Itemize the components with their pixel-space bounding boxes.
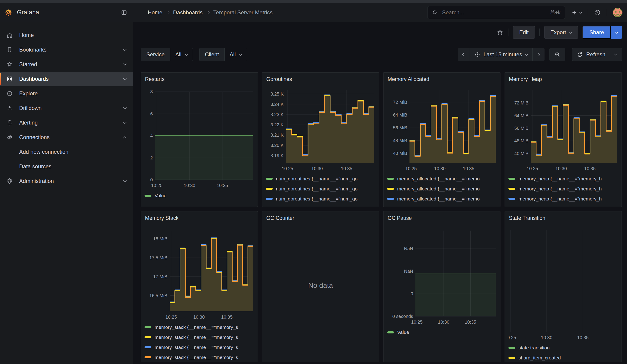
sidebar-item-alerting[interactable]: Alerting: [0, 115, 133, 130]
panel-title[interactable]: Goroutines: [266, 76, 375, 83]
legend-series-label: memory_allocated {__name__="memo: [397, 196, 480, 202]
breadcrumb-dashboards[interactable]: Dashboards: [173, 9, 203, 16]
panel-title[interactable]: GC Pause: [388, 215, 497, 223]
breadcrumb-home[interactable]: Home: [148, 9, 162, 16]
legend-item[interactable]: state transition: [508, 343, 618, 353]
refresh-button[interactable]: Refresh: [572, 48, 610, 61]
panel-memory-stack: Memory Stack16.5 MiB17 MiB17.5 MiB18 MiB…: [141, 211, 258, 362]
panel-title[interactable]: Memory Heap: [509, 76, 618, 83]
chevron-down-icon[interactable]: [123, 105, 127, 109]
sidebar-item-administration[interactable]: Administration: [0, 174, 133, 188]
divider: [588, 9, 588, 16]
client-variable-value[interactable]: All: [224, 48, 247, 61]
svg-text:10:25: 10:25: [282, 166, 293, 171]
sidebar-item-starred[interactable]: Starred: [0, 57, 133, 72]
chart-state-transition: 10:2510:3010:35: [508, 228, 618, 342]
chevron-down-icon: [525, 52, 528, 56]
chevron-down-icon[interactable]: [123, 120, 127, 124]
svg-text:48 MiB: 48 MiB: [393, 138, 407, 143]
legend-item[interactable]: memory_stack {__name__="memory_s: [145, 342, 254, 352]
sidebar-item-data-sources[interactable]: Data sources: [0, 159, 133, 174]
sidebar-item-label: Bookmarks: [19, 47, 47, 53]
chevron-down-icon[interactable]: [123, 47, 127, 51]
filter-row: Service All Client All: [133, 48, 627, 61]
legend-item[interactable]: memory_allocated {__name__="memo: [387, 174, 497, 184]
chevron-down-icon[interactable]: [123, 179, 127, 182]
panel-title[interactable]: Memory Allocated: [388, 76, 497, 83]
share-options-button[interactable]: [611, 26, 622, 39]
svg-text:10:35: 10:35: [577, 335, 589, 340]
refresh-interval-button[interactable]: [610, 48, 622, 61]
help-button[interactable]: [594, 9, 601, 16]
legend-series-color: [387, 331, 394, 333]
legend-item[interactable]: shard_item_created: [508, 353, 618, 362]
search-box[interactable]: ⌘+k: [427, 6, 565, 19]
sidebar-item-bookmarks[interactable]: Bookmarks: [0, 42, 133, 57]
legend-item[interactable]: memory_stack {__name__="memory_s: [145, 352, 254, 362]
legend-item[interactable]: Value: [145, 191, 254, 201]
search-shortcut: ⌘+k: [550, 9, 560, 15]
avatar[interactable]: [613, 8, 623, 17]
legend-series-label: state transition: [519, 345, 550, 351]
legend-item[interactable]: memory_heap {__name__="memory_h: [508, 184, 618, 194]
svg-text:10:25: 10:25: [405, 166, 417, 171]
time-range-picker[interactable]: Last 15 minutes: [470, 48, 533, 61]
panel-gc-pause: GC Pause0 seconds0NaNNaN10:2510:3010:35V…: [383, 211, 500, 362]
legend-item[interactable]: memory_allocated {__name__="memo: [387, 204, 497, 207]
legend-series-color: [387, 178, 394, 180]
legend-item[interactable]: num_goroutines {__name__="num_go: [266, 194, 375, 204]
panel-title[interactable]: State Transition: [509, 215, 618, 222]
legend-item[interactable]: memory_heap {__name__="memory_h: [508, 174, 618, 184]
legend-item[interactable]: num_goroutines {__name__="num_go: [266, 204, 375, 207]
sidebar-item-drilldown[interactable]: Drilldown: [0, 101, 133, 115]
favorite-star-icon[interactable]: [496, 29, 504, 36]
search-icon: [432, 9, 438, 15]
legend-item[interactable]: num_goroutines {__name__="num_go: [266, 174, 375, 184]
collapse-sidebar-icon[interactable]: [121, 9, 127, 16]
legend-item[interactable]: memory_stack {__name__="memory_s: [145, 332, 254, 342]
svg-text:10:35: 10:35: [221, 314, 233, 319]
legend-series-color: [145, 346, 151, 348]
chevron-right-icon: [537, 53, 540, 56]
edit-button[interactable]: Edit: [513, 26, 535, 39]
chevron-down-icon: [614, 52, 618, 56]
brand-label[interactable]: Grafana: [17, 9, 39, 16]
legend-item[interactable]: memory_heap {__name__="memory_h: [508, 204, 618, 207]
search-input[interactable]: [442, 9, 546, 16]
legend-series-label: memory_allocated {__name__="memo: [397, 176, 480, 182]
svg-text:10:25: 10:25: [527, 166, 538, 171]
legend-item[interactable]: memory_stack {__name__="memory_s: [145, 322, 254, 332]
sidebar-item-explore[interactable]: Explore: [0, 86, 133, 101]
chevron-up-icon[interactable]: [123, 136, 127, 140]
time-shift-back-button[interactable]: [458, 48, 470, 61]
chevron-down-icon[interactable]: [123, 62, 127, 65]
share-button[interactable]: Share: [582, 26, 611, 39]
svg-text:10:25: 10:25: [508, 335, 516, 340]
chevron-down-icon: [184, 52, 188, 56]
legend-item[interactable]: num_goroutines {__name__="num_go: [266, 184, 375, 194]
chevron-down-icon[interactable]: [123, 76, 127, 80]
sidebar-item-home[interactable]: Home: [0, 28, 133, 42]
svg-text:17 MiB: 17 MiB: [153, 274, 167, 279]
legend-item[interactable]: Value: [387, 327, 497, 337]
panel-grid: Restarts0246810:2510:3010:35ValueGorouti…: [141, 72, 627, 362]
svg-text:3.21 K: 3.21 K: [270, 133, 284, 138]
service-variable-value[interactable]: All: [170, 48, 193, 61]
panel-title[interactable]: Memory Stack: [145, 215, 254, 223]
sidebar-item-dashboards[interactable]: Dashboards: [0, 72, 133, 86]
legend-item[interactable]: memory_allocated {__name__="memo: [387, 184, 497, 194]
legend-item[interactable]: memory_heap {__name__="memory_h: [508, 194, 618, 204]
legend-item[interactable]: memory_allocated {__name__="memo: [387, 194, 497, 204]
sidebar-item-add-new-connection[interactable]: Add new connection: [0, 145, 133, 159]
sidebar-item-connections[interactable]: Connections: [0, 130, 133, 145]
sidebar-item-label: Dashboards: [19, 76, 49, 82]
legend: num_goroutines {__name__="num_gonum_goro…: [266, 174, 375, 207]
panel-title[interactable]: GC Counter: [266, 215, 375, 223]
export-button[interactable]: Export: [544, 26, 578, 39]
time-shift-forward-button[interactable]: [532, 48, 544, 61]
svg-text:3.25 K: 3.25 K: [270, 92, 284, 97]
add-new-button[interactable]: [571, 9, 582, 16]
panel-title[interactable]: Restarts: [145, 76, 254, 84]
zoom-out-button[interactable]: [549, 48, 565, 61]
legend-series-label: memory_heap {__name__="memory_h: [519, 196, 602, 202]
